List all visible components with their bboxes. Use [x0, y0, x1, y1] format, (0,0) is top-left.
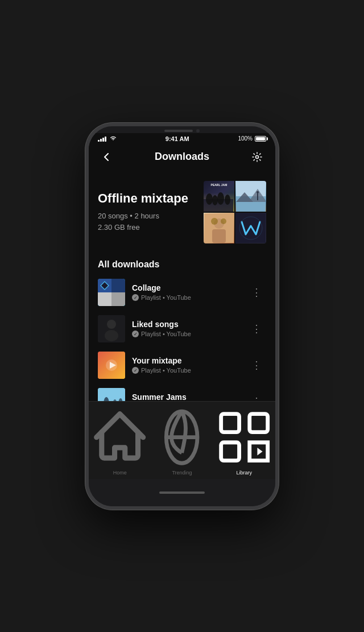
collage-cell-2: [235, 181, 266, 212]
back-button[interactable]: [98, 148, 116, 166]
offline-mixtape-collage: PEARL JAM: [204, 181, 266, 243]
svg-rect-14: [212, 229, 226, 243]
status-time: 9:41 AM: [166, 135, 189, 142]
your-mixtape-thumbnail: [98, 352, 125, 379]
nav-trending-label: Trending: [172, 470, 192, 476]
battery-icon: [255, 136, 266, 142]
wifi-icon: [110, 135, 117, 142]
pearl-jam-label: PEARL JAM: [211, 183, 228, 187]
nav-item-home[interactable]: Home: [89, 406, 151, 475]
app-header: Downloads: [89, 143, 275, 172]
your-mixtape-more-button[interactable]: ⋮: [247, 357, 266, 374]
svg-point-4: [217, 192, 224, 205]
library-icon: [213, 406, 275, 468]
summer-jams-info: Summer Jams Playlist • YouTube: [132, 393, 247, 401]
svg-rect-41: [221, 443, 239, 461]
phone-top-bar: [89, 126, 275, 133]
settings-button[interactable]: [248, 148, 266, 166]
page-title: Downloads: [155, 151, 209, 163]
status-left: [98, 135, 117, 142]
svg-point-16: [221, 218, 226, 224]
battery-percentage: 100%: [238, 135, 253, 142]
bottom-navigation: Home Trending Library: [89, 401, 275, 478]
svg-point-15: [211, 218, 218, 225]
svg-rect-17: [236, 213, 266, 243]
svg-rect-37: [98, 388, 125, 402]
nav-home-label: Home: [113, 470, 127, 476]
speaker-grille: [164, 130, 193, 132]
download-check-icon-liked: [132, 331, 139, 337]
nav-item-library[interactable]: Library: [213, 406, 275, 475]
download-item-liked-songs[interactable]: Liked songs Playlist • YouTube ⋮: [89, 311, 275, 347]
svg-rect-21: [98, 292, 111, 306]
all-downloads-header: All downloads: [89, 255, 275, 274]
your-mixtape-info: Your mixtape Playlist • YouTube: [132, 356, 247, 374]
battery-fill: [256, 137, 265, 141]
front-camera: [196, 129, 200, 133]
downloads-list: Collage Playlist • YouTube ⋮: [89, 274, 275, 402]
your-mixtape-name: Your mixtape: [132, 356, 247, 365]
nav-library-label: Library: [237, 470, 253, 476]
signal-bar-1: [98, 140, 100, 142]
all-downloads-title: All downloads: [98, 259, 266, 270]
trending-icon: [151, 406, 213, 468]
svg-rect-28: [98, 315, 125, 342]
signal-bar-2: [100, 139, 102, 142]
liked-songs-meta: Playlist • YouTube: [132, 331, 247, 337]
svg-rect-20: [111, 279, 125, 292]
download-check-icon-mixtape: [132, 367, 139, 374]
offline-songs-count: 20 songs • 2 hours 2.30 GB free: [98, 210, 204, 233]
phone-bottom-bar: [89, 479, 275, 506]
summer-jams-more-button[interactable]: ⋮: [247, 393, 266, 402]
home-icon: [89, 406, 151, 468]
phone-frame: 9:41 AM 100% Downloads: [85, 123, 279, 510]
svg-point-3: [212, 195, 218, 205]
svg-rect-22: [111, 292, 125, 306]
collage-thumbnail: [98, 279, 125, 306]
svg-rect-42: [249, 414, 267, 432]
liked-songs-name: Liked songs: [132, 320, 247, 329]
liked-songs-info: Liked songs Playlist • YouTube: [132, 320, 247, 337]
liked-songs-thumbnail: [98, 315, 125, 342]
home-indicator[interactable]: [159, 491, 205, 494]
nav-item-trending[interactable]: Trending: [151, 406, 213, 475]
collage-meta: Playlist • YouTube: [132, 294, 247, 301]
offline-mixtape-section[interactable]: Offline mixtape 20 songs • 2 hours 2.30 …: [89, 172, 275, 255]
signal-bar-4: [105, 137, 106, 142]
svg-point-11: [257, 191, 259, 193]
collage-info: Collage Playlist • YouTube: [132, 283, 247, 301]
download-check-icon: [132, 294, 139, 301]
summer-jams-thumbnail: [98, 388, 125, 402]
signal-bar-3: [102, 138, 104, 142]
collage-cell-1: PEARL JAM: [204, 181, 234, 212]
status-bar: 9:41 AM 100%: [89, 133, 275, 143]
collage-cell-3: [204, 213, 234, 243]
svg-rect-40: [221, 414, 239, 432]
svg-point-5: [225, 195, 230, 205]
svg-point-0: [255, 155, 258, 158]
signal-bars: [98, 136, 106, 142]
offline-title: Offline mixtape: [98, 191, 204, 206]
collage-name: Collage: [132, 283, 247, 292]
collage-more-button[interactable]: ⋮: [247, 284, 266, 301]
summer-jams-name: Summer Jams: [132, 393, 247, 401]
collage-cell-4: [235, 213, 266, 243]
liked-songs-more-button[interactable]: ⋮: [247, 320, 266, 337]
download-item-collage[interactable]: Collage Playlist • YouTube ⋮: [89, 274, 275, 311]
status-right: 100%: [238, 135, 266, 142]
offline-info: Offline mixtape 20 songs • 2 hours 2.30 …: [98, 191, 204, 233]
download-item-your-mixtape[interactable]: Your mixtape Playlist • YouTube ⋮: [89, 347, 275, 383]
your-mixtape-meta: Playlist • YouTube: [132, 367, 247, 374]
phone-screen: 9:41 AM 100% Downloads: [89, 133, 275, 479]
download-item-summer-jams[interactable]: Summer Jams Playlist • YouTube ⋮: [89, 383, 275, 402]
svg-point-2: [206, 193, 213, 205]
